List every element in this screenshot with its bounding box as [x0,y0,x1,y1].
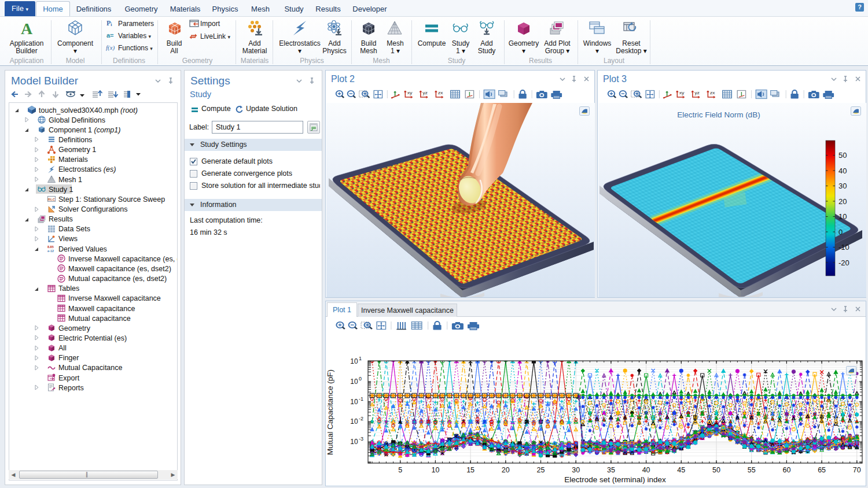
svg-text:zx: zx [710,90,716,95]
svg-text:Electrode set (terminal) index: Electrode set (terminal) index [564,475,666,484]
svg-text:0: 0 [838,228,843,236]
svg-text:-10: -10 [838,243,849,252]
svg-text:40: 40 [642,466,650,474]
svg-text:Pi: Pi [106,20,112,27]
svg-text:10: 10 [350,438,358,446]
svg-text:f(x): f(x) [106,44,115,51]
svg-text:10: 10 [350,417,358,426]
svg-text:e-12: e-12 [47,249,54,253]
svg-text:30: 30 [572,466,580,474]
svg-text:15: 15 [466,466,475,474]
svg-text:60: 60 [782,466,790,474]
svg-text:50: 50 [712,466,720,474]
svg-text:zx: zx [438,90,444,95]
svg-text:45: 45 [677,466,685,474]
svg-text:-2: -2 [359,416,363,422]
svg-text:5: 5 [398,466,402,474]
svg-text:55: 55 [748,466,756,474]
svg-text:yz: yz [422,90,428,95]
svg-text:10: 10 [350,357,358,365]
svg-text:50: 50 [838,151,847,160]
svg-text:8.85: 8.85 [47,245,54,249]
svg-text:10: 10 [350,378,358,386]
svg-text:35: 35 [607,466,615,474]
svg-text:A: A [21,20,33,36]
svg-text:10: 10 [350,398,358,406]
svg-text:30: 30 [838,182,847,190]
svg-text:-1: -1 [359,396,363,402]
svg-text:10: 10 [431,466,439,474]
svg-text:20: 20 [502,466,510,474]
svg-text:yz: yz [694,90,700,95]
svg-text:a=: a= [106,32,114,39]
svg-text:10: 10 [838,212,847,221]
svg-text:Mutual Capacitance (pF): Mutual Capacitance (pF) [326,369,334,455]
svg-text:70: 70 [853,466,861,474]
svg-text:0: 0 [359,376,362,382]
svg-text:Electric Field Norm (dB): Electric Field Norm (dB) [677,110,760,119]
svg-text:1: 1 [359,356,362,361]
svg-text:xy: xy [679,90,685,95]
svg-text:40: 40 [838,167,847,175]
svg-text:-3: -3 [359,436,363,442]
svg-text:25: 25 [537,466,545,474]
svg-text:xy: xy [407,90,413,95]
svg-text:-20: -20 [838,258,849,267]
svg-text:65: 65 [818,466,826,474]
svg-text:RLC: RLC [48,198,56,201]
svg-text:20: 20 [838,197,847,206]
